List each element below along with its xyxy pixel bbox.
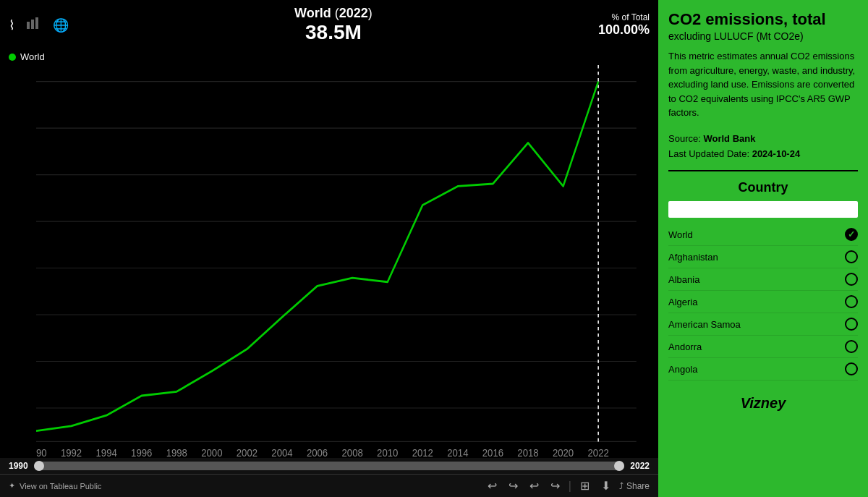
chart-percent: % of Total 100.00% [598, 12, 650, 38]
timeline-end-label: 2022 [630, 461, 650, 471]
timeline-handle-left[interactable] [34, 461, 44, 471]
svg-text:1992: 1992 [61, 446, 82, 458]
line-chart-svg: 38M 36M 34M 32M 30M 28M 26M 24M 22M 1990… [36, 65, 651, 458]
panel-source: Source: World Bank Last Updated Date: 20… [658, 126, 868, 168]
legend-dot [9, 54, 16, 61]
svg-rect-2 [35, 17, 38, 29]
svg-text:2008: 2008 [342, 446, 363, 458]
svg-rect-0 [27, 22, 30, 29]
country-list: WorldAfghanistanAlbaniaAlgeriaAmerican S… [658, 224, 868, 388]
svg-text:2010: 2010 [377, 446, 398, 458]
list-item[interactable]: Algeria [668, 291, 858, 313]
bottom-toolbar: ✦ View on Tableau Public ↩ ↪ ↩ ↪ | ⊞ ⬇ ⤴… [0, 474, 658, 497]
country-name: World [668, 229, 693, 240]
list-item[interactable]: Andorra [668, 336, 858, 358]
source-value: World Bank [703, 133, 755, 144]
chart-title: World (2022) 38.5M [294, 6, 373, 44]
panel-title: CO2 emissions, total [668, 10, 858, 29]
download-button[interactable]: ⬇ [598, 477, 613, 494]
share-label: Share [626, 481, 650, 491]
radio-button[interactable] [845, 250, 858, 263]
svg-text:2002: 2002 [237, 446, 258, 458]
panel-subtitle: excluding LULUCF (Mt CO2e) [668, 30, 858, 42]
svg-rect-1 [31, 20, 34, 29]
svg-text:2020: 2020 [553, 446, 574, 458]
vizney-brand: Vizney [658, 388, 868, 419]
svg-text:1998: 1998 [166, 446, 187, 458]
list-item[interactable]: Albania [668, 268, 858, 291]
svg-text:2012: 2012 [412, 446, 433, 458]
svg-text:2000: 2000 [201, 446, 222, 458]
list-item[interactable]: Afghanistan [668, 246, 858, 268]
chart-legend: World [0, 50, 658, 65]
toolbar-buttons: ↩ ↪ ↩ ↪ | ⊞ ⬇ ⤴ Share [485, 477, 650, 494]
timeline-slider-bar: 1990 2022 [0, 458, 658, 474]
globe-icon[interactable]: 🌐 [53, 17, 69, 33]
redo-button[interactable]: ↪ [506, 477, 521, 494]
panel-divider [668, 170, 858, 171]
share-icon: ⤴ [619, 481, 624, 491]
tableau-link-label: View on Tableau Public [20, 482, 101, 490]
radio-button[interactable] [845, 295, 858, 308]
list-item[interactable]: Angola [668, 358, 858, 381]
country-search-input[interactable] [668, 201, 858, 218]
svg-text:2014: 2014 [447, 446, 468, 458]
radio-button[interactable] [845, 362, 858, 375]
svg-text:1990: 1990 [36, 446, 47, 458]
share-button[interactable]: ⤴ Share [619, 481, 650, 491]
layout-button[interactable]: ⊞ [577, 477, 592, 494]
tableau-icon: ✦ [9, 481, 15, 490]
chart-container: 38M 36M 34M 32M 30M 28M 26M 24M 22M 1990… [0, 65, 658, 458]
updated-value: 2024-10-24 [752, 148, 801, 159]
panel-description: This metric estimates annual CO2 emissio… [668, 49, 858, 120]
svg-text:1994: 1994 [96, 446, 117, 458]
updated-label: Last Updated Date: [668, 148, 749, 159]
svg-text:2016: 2016 [482, 446, 503, 458]
chart-title-year: 2022 [339, 6, 368, 20]
tableau-link[interactable]: ✦ View on Tableau Public [9, 481, 101, 490]
svg-text:2018: 2018 [517, 446, 538, 458]
forward-button[interactable]: ↪ [548, 477, 563, 494]
list-item[interactable]: World [668, 224, 858, 246]
undo-button[interactable]: ↩ [485, 477, 500, 494]
svg-text:1996: 1996 [131, 446, 152, 458]
line-chart-icon[interactable]: ⌇ [9, 17, 15, 33]
pct-label: % of Total [598, 12, 650, 22]
timeline-start-label: 1990 [9, 461, 28, 471]
country-name: Albania [668, 274, 699, 285]
timeline-slider[interactable] [34, 462, 625, 470]
chart-title-country: World [294, 6, 331, 20]
country-name: Andorra [668, 341, 702, 352]
country-name: Algeria [668, 297, 697, 307]
right-panel: CO2 emissions, total excluding LULUCF (M… [658, 0, 868, 497]
pct-value: 100.00% [598, 22, 650, 38]
panel-header: CO2 emissions, total excluding LULUCF (M… [658, 0, 868, 126]
bar-chart-icon[interactable] [27, 17, 41, 33]
country-name: Angola [668, 364, 697, 375]
radio-button[interactable] [845, 228, 858, 241]
back-button[interactable]: ↩ [527, 477, 542, 494]
timeline-handle-right[interactable] [614, 461, 624, 471]
radio-button[interactable] [845, 318, 858, 331]
top-bar: ⌇ 🌐 World (2022) 38.5M % of Total 100.00… [0, 0, 658, 50]
svg-text:2006: 2006 [307, 446, 328, 458]
country-name: American Samoa [668, 319, 741, 330]
radio-button[interactable] [845, 273, 858, 286]
svg-text:2004: 2004 [271, 446, 292, 458]
country-section: Country [658, 174, 868, 224]
radio-button[interactable] [845, 340, 858, 353]
svg-text:2022: 2022 [588, 446, 609, 458]
chart-title-value: 38.5M [294, 21, 373, 44]
list-item[interactable]: American Samoa [668, 313, 858, 336]
country-name: Afghanistan [668, 252, 718, 263]
source-label: Source: [668, 133, 701, 144]
chart-type-icons: ⌇ 🌐 [9, 17, 69, 33]
legend-label: World [20, 51, 45, 62]
country-title: Country [668, 180, 858, 195]
